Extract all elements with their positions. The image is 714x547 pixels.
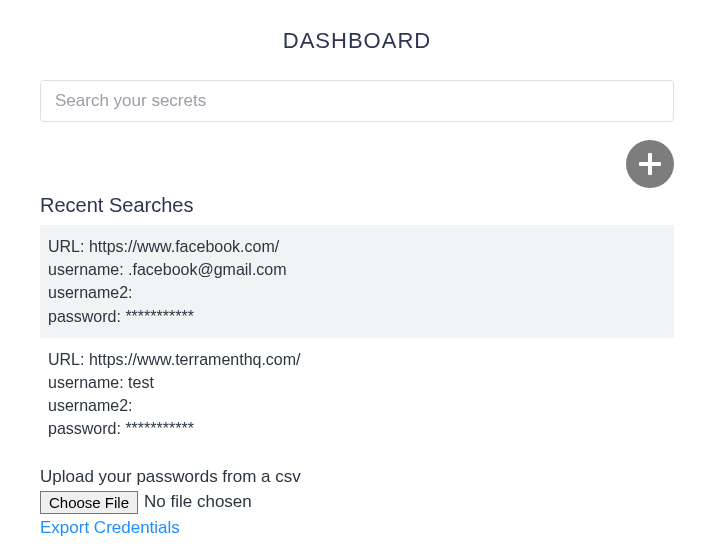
svg-rect-1: [639, 162, 661, 166]
entry-username2: username2:: [48, 394, 666, 417]
plus-icon: [636, 150, 664, 178]
entry-url: URL: https://www.terramenthq.com/: [48, 348, 666, 371]
entry-password: password: ***********: [48, 417, 666, 440]
file-row: Choose File No file chosen: [40, 491, 674, 514]
upload-section: Upload your passwords from a csv Choose …: [40, 467, 674, 538]
credential-entry[interactable]: URL: https://www.facebook.com/ username:…: [40, 225, 674, 338]
choose-file-button[interactable]: Choose File: [40, 491, 138, 514]
export-credentials-link[interactable]: Export Credentials: [40, 518, 180, 538]
entry-username: username: test: [48, 371, 666, 394]
credential-entry[interactable]: URL: https://www.terramenthq.com/ userna…: [40, 338, 674, 451]
entry-username: username: .facebook@gmail.com: [48, 258, 666, 281]
upload-label: Upload your passwords from a csv: [40, 467, 674, 487]
file-status: No file chosen: [144, 492, 252, 512]
add-row: [40, 140, 674, 188]
search-input[interactable]: [40, 80, 674, 122]
page-title: DASHBOARD: [40, 28, 674, 54]
entry-username2: username2:: [48, 281, 666, 304]
search-container: [40, 80, 674, 122]
entries-list: URL: https://www.facebook.com/ username:…: [40, 225, 674, 451]
entry-url: URL: https://www.facebook.com/: [48, 235, 666, 258]
entry-password: password: ***********: [48, 305, 666, 328]
add-button[interactable]: [626, 140, 674, 188]
recent-searches-title: Recent Searches: [40, 194, 674, 217]
